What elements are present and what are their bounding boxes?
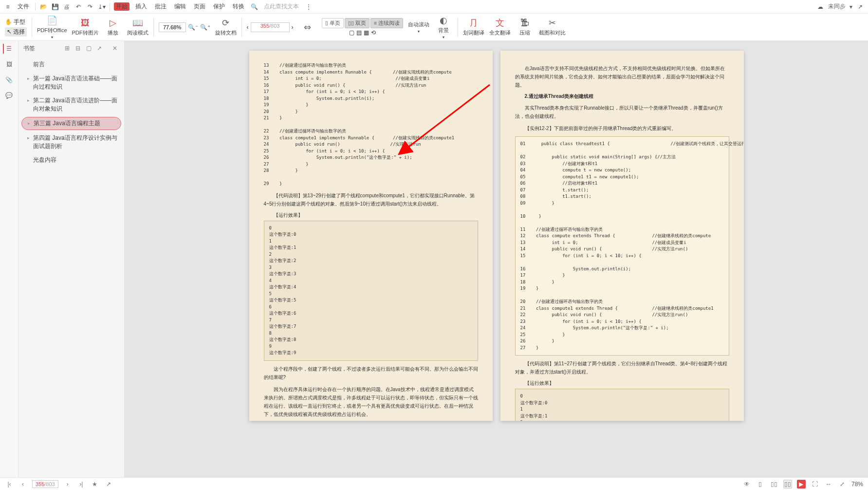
- search-placeholder[interactable]: 点此查找文本: [262, 2, 301, 11]
- page-next-icon[interactable]: ›: [292, 24, 294, 31]
- redo-icon[interactable]: ↷: [86, 3, 94, 11]
- file-menu[interactable]: 文件: [16, 2, 31, 11]
- play-status-icon[interactable]: ▶: [797, 480, 806, 489]
- toc-item[interactable]: ▸第二篇 Java语言语法进阶——面向对象知识: [18, 94, 124, 116]
- single-page-btn[interactable]: ▯ 单页: [322, 18, 344, 28]
- page-left: 13 //创建通过循环语句输出数字的类 14 class compute imp…: [249, 51, 493, 421]
- next-page-icon[interactable]: ›: [63, 480, 72, 489]
- search-icon[interactable]: 🔍: [250, 3, 258, 11]
- fit-page-icon[interactable]: ⤢: [838, 480, 847, 489]
- share-icon[interactable]: ↗: [856, 3, 864, 11]
- run-label: 【运行效果】: [525, 380, 729, 387]
- add-bookmark-icon[interactable]: ▢: [86, 45, 93, 52]
- bookmarks-icon[interactable]: ☰: [3, 44, 13, 54]
- run-label: 【运行效果】: [274, 212, 478, 219]
- zoom-in-icon[interactable]: 🔍⁺: [200, 24, 210, 31]
- page-prev-icon[interactable]: ‹: [247, 24, 249, 31]
- background[interactable]: ◐背景▾: [434, 15, 453, 39]
- save-icon[interactable]: 💾: [51, 3, 59, 11]
- hand-tool[interactable]: ✋手型: [5, 18, 27, 26]
- para: 在Java语言中支持不同优先级线程抢占方式，不支持相同优先级线程时间片轮换。但如…: [515, 64, 729, 89]
- tab-page[interactable]: 页面: [192, 2, 207, 11]
- toc-item[interactable]: 光盘内容: [18, 153, 124, 167]
- export-icon[interactable]: ⤓▾: [98, 3, 106, 11]
- bookmark-icon[interactable]: ★: [91, 480, 99, 489]
- fit-width-icon[interactable]: ↔: [824, 480, 833, 489]
- para: 其实Thread类本身也实现了Runnable接口，所以只要让一个类继承Thre…: [515, 104, 729, 120]
- zoom-input[interactable]: [159, 22, 186, 32]
- screenshot-compare[interactable]: ✂截图和对比: [539, 18, 566, 37]
- undo-icon[interactable]: ↶: [74, 3, 82, 11]
- layout-icon-1[interactable]: ▢: [349, 29, 354, 36]
- first-page-icon[interactable]: |‹: [5, 480, 14, 489]
- tab-protect[interactable]: 保护: [211, 2, 227, 11]
- single-view-icon[interactable]: ▯: [756, 480, 765, 489]
- close-sidebar-icon[interactable]: ✕: [112, 45, 119, 52]
- menubar: ≡ 文件 📂 💾 🖨 ↶ ↷ ⤓▾ 开始 插入 批注 编辑 页面 保护 转换 🔍…: [0, 0, 868, 14]
- tab-edit[interactable]: 编辑: [172, 2, 188, 11]
- tab-start[interactable]: 开始: [114, 2, 129, 11]
- toc-item[interactable]: ▸第一篇 Java语言语法基础——面向过程知识: [18, 72, 124, 94]
- code-desc: 【代码说明】第13~29行创建了两个线程compute和compute1，它们都…: [264, 191, 478, 208]
- more-bookmark-icon[interactable]: ↗: [97, 45, 104, 52]
- statusbar: |‹ ‹ 355/803 › ›| ★ ↗ 👁 ▯ ▯▯ ▯▯ ▶ ⛶ ↔ ⤢ …: [0, 477, 868, 490]
- layout-icon-3[interactable]: ▦: [364, 29, 369, 36]
- play-button[interactable]: ▷播放: [104, 18, 122, 37]
- toc-item-selected[interactable]: ▸第三篇 Java语言编程主题: [21, 117, 121, 130]
- continuous-view-icon[interactable]: ▯▯: [770, 480, 778, 489]
- view-icon[interactable]: 👁: [742, 480, 751, 489]
- status-zoom: 78%: [851, 481, 863, 488]
- prev-page-icon[interactable]: ‹: [18, 480, 27, 489]
- double-view-icon[interactable]: ▯▯: [783, 480, 792, 489]
- auto-scroll[interactable]: 自动滚动▾: [408, 21, 429, 34]
- heading: 2.通过继承Thread类来创建线程: [525, 93, 729, 100]
- sidebar: 书签 ⊞ ⊟ ▢ ↗ ✕ 前言 ▸第一篇 Java语言语法基础——面向过程知识 …: [18, 41, 125, 477]
- output-box: 0 这个数字是:0 1 这个数字是:1 2 这个数字是:2 3 这个数字是:3 …: [264, 221, 478, 361]
- left-rail: ☰ 🖼 📎 💬: [0, 41, 18, 477]
- tab-annotate[interactable]: 批注: [153, 2, 168, 11]
- double-page-btn[interactable]: ▯▯ 双页: [345, 18, 369, 28]
- more-icon[interactable]: ⋮: [305, 3, 313, 11]
- read-mode[interactable]: 📖阅读模式: [127, 18, 148, 37]
- history-icon[interactable]: ↗: [104, 480, 113, 489]
- print-icon[interactable]: 🖨: [63, 3, 71, 11]
- status-page-input[interactable]: 355/803: [32, 480, 58, 488]
- full-translate[interactable]: 文全文翻译: [489, 18, 511, 37]
- cloud-icon[interactable]: ☁: [816, 3, 824, 11]
- menu-icon[interactable]: ≡: [4, 3, 12, 11]
- open-icon[interactable]: 📂: [39, 3, 47, 11]
- fit-icon[interactable]: ⛶: [811, 480, 819, 489]
- page-right: 在Java语言中支持不同优先级线程抢占方式，不支持相同优先级线程时间片轮换。但如…: [500, 51, 744, 421]
- para: 【实例12-2】下面把前面举过的例子用继承Thread类的方式重新编写。: [515, 124, 729, 132]
- selection-translate[interactable]: ⺆划词翻译: [463, 18, 484, 37]
- code-desc: 【代码说明】第11~27行创建了两个线程类，它们分别继承自Thread类。第4~…: [515, 359, 729, 376]
- page-input[interactable]: 355/803: [251, 22, 290, 32]
- last-page-icon[interactable]: ›|: [77, 480, 86, 489]
- para: 这个程序段中，创建了两个线程，不过读者多次运行后结果可能会有不同。那为什么会输出…: [264, 365, 478, 381]
- tab-convert[interactable]: 转换: [231, 2, 246, 11]
- sync-status: 未同步: [828, 2, 846, 11]
- layout-icon-2[interactable]: ▤: [356, 29, 362, 36]
- zoom-out-icon[interactable]: 🔍⁻: [188, 24, 198, 31]
- content-area[interactable]: 13 //创建通过循环语句输出数字的类 14 class compute imp…: [125, 41, 868, 477]
- pdf-to-image[interactable]: 🖼PDF转图片: [72, 18, 99, 37]
- sidebar-title: 书签: [23, 44, 35, 53]
- layout-icon-4[interactable]: ⟲: [371, 29, 376, 36]
- collapse-icon[interactable]: ⊟: [75, 45, 82, 52]
- tab-insert[interactable]: 插入: [133, 2, 149, 11]
- rotate-doc[interactable]: ⟳旋转文档: [215, 18, 237, 37]
- compress[interactable]: 🗜压缩: [516, 18, 534, 37]
- thumbnails-icon[interactable]: 🖼: [4, 59, 14, 69]
- toc-item[interactable]: ▸第四篇 Java语言程序设计实例与面试题剖析: [18, 131, 124, 153]
- attachments-icon[interactable]: 📎: [4, 75, 14, 85]
- toc-item[interactable]: 前言: [18, 57, 124, 72]
- comments-icon[interactable]: 💬: [4, 91, 14, 100]
- pdf-to-office[interactable]: 📄PDF转Office▾: [37, 15, 67, 39]
- fit-width[interactable]: ⇔: [298, 22, 317, 33]
- output-box: 0 这个数字是:0 1 这个数字是:1 2 这个数字是:2 3 这个数字是:3 …: [515, 389, 729, 421]
- continuous-btn[interactable]: ≡ 连续阅读: [370, 18, 403, 28]
- select-tool[interactable]: ↖选择: [5, 27, 27, 37]
- toolbar: ✋手型 ↖选择 📄PDF转Office▾ 🖼PDF转图片 ▷播放 📖阅读模式 🔍…: [0, 14, 868, 41]
- expand-icon[interactable]: ⊞: [65, 45, 72, 52]
- toc-list: 前言 ▸第一篇 Java语言语法基础——面向过程知识 ▸第二篇 Java语言语法…: [18, 56, 124, 477]
